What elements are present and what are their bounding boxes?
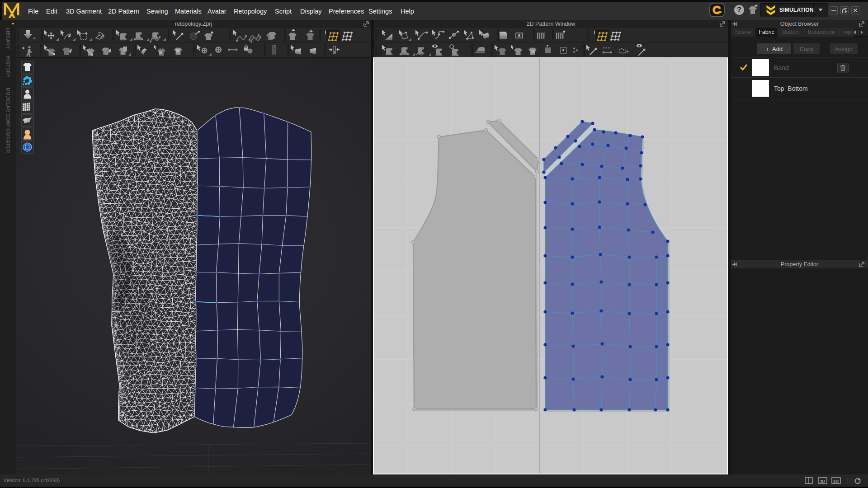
svg-text:3D: 3D [820, 479, 825, 483]
svg-text:2D: 2D [833, 479, 839, 483]
